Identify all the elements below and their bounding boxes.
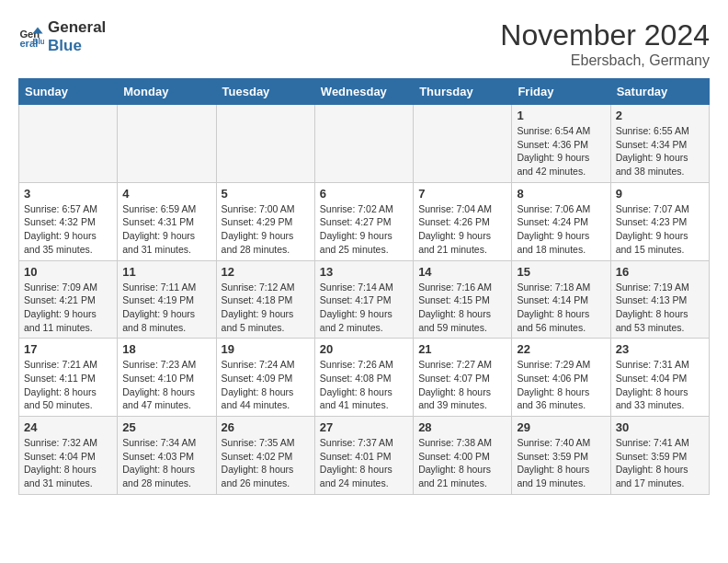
day-cell: 7Sunrise: 7:04 AM Sunset: 4:26 PM Daylig… — [414, 182, 512, 260]
day-info: Sunrise: 7:24 AM Sunset: 4:09 PM Dayligh… — [222, 358, 310, 412]
day-number: 15 — [517, 265, 605, 279]
day-cell: 9Sunrise: 7:07 AM Sunset: 4:23 PM Daylig… — [610, 182, 709, 260]
day-info: Sunrise: 7:06 AM Sunset: 4:24 PM Dayligh… — [517, 202, 605, 257]
day-number: 12 — [222, 265, 310, 279]
logo-blue: Blue — [48, 37, 106, 55]
day-number: 5 — [222, 187, 310, 201]
day-cell: 4Sunrise: 6:59 AM Sunset: 4:31 PM Daylig… — [118, 182, 216, 260]
day-cell: 2Sunrise: 6:55 AM Sunset: 4:34 PM Daylig… — [610, 105, 709, 183]
day-info: Sunrise: 7:31 AM Sunset: 4:04 PM Dayligh… — [616, 358, 704, 412]
day-info: Sunrise: 6:57 AM Sunset: 4:32 PM Dayligh… — [24, 202, 112, 257]
day-info: Sunrise: 7:41 AM Sunset: 3:59 PM Dayligh… — [616, 436, 704, 490]
day-number: 28 — [418, 420, 506, 434]
header-sunday: Sunday — [19, 79, 118, 105]
day-number: 27 — [320, 420, 408, 434]
day-info: Sunrise: 7:04 AM Sunset: 4:26 PM Dayligh… — [418, 202, 506, 257]
day-number: 26 — [222, 420, 310, 434]
day-cell — [118, 105, 216, 183]
day-number: 22 — [517, 342, 605, 356]
day-cell: 16Sunrise: 7:19 AM Sunset: 4:13 PM Dayli… — [610, 260, 709, 339]
calendar-header: SundayMondayTuesdayWednesdayThursdayFrid… — [19, 79, 710, 105]
header-tuesday: Tuesday — [216, 79, 314, 105]
logo-general: General — [48, 18, 106, 37]
day-info: Sunrise: 6:55 AM Sunset: 4:34 PM Dayligh… — [616, 124, 704, 178]
day-number: 6 — [320, 187, 408, 201]
svg-text:Blue: Blue — [32, 38, 44, 47]
day-cell: 27Sunrise: 7:37 AM Sunset: 4:01 PM Dayli… — [314, 417, 413, 495]
day-cell: 12Sunrise: 7:12 AM Sunset: 4:18 PM Dayli… — [216, 260, 314, 339]
day-cell: 8Sunrise: 7:06 AM Sunset: 4:24 PM Daylig… — [512, 182, 610, 260]
day-number: 1 — [517, 109, 605, 122]
day-number: 29 — [517, 420, 605, 434]
page-header: Gen eral Blue General Blue November 2024… — [18, 18, 710, 69]
day-number: 8 — [517, 187, 605, 201]
day-info: Sunrise: 7:37 AM Sunset: 4:01 PM Dayligh… — [320, 436, 408, 490]
day-info: Sunrise: 7:18 AM Sunset: 4:14 PM Dayligh… — [517, 281, 605, 335]
calendar-table: SundayMondayTuesdayWednesdayThursdayFrid… — [18, 78, 710, 495]
day-cell: 11Sunrise: 7:11 AM Sunset: 4:19 PM Dayli… — [118, 260, 216, 339]
day-number: 4 — [122, 187, 210, 201]
day-info: Sunrise: 7:35 AM Sunset: 4:02 PM Dayligh… — [222, 436, 310, 490]
day-cell — [216, 105, 314, 183]
day-cell: 20Sunrise: 7:26 AM Sunset: 4:08 PM Dayli… — [314, 339, 413, 417]
day-info: Sunrise: 6:59 AM Sunset: 4:31 PM Dayligh… — [122, 202, 210, 257]
header-monday: Monday — [118, 79, 216, 105]
day-cell: 5Sunrise: 7:00 AM Sunset: 4:29 PM Daylig… — [216, 182, 314, 260]
day-number: 16 — [616, 265, 704, 279]
day-info: Sunrise: 6:54 AM Sunset: 4:36 PM Dayligh… — [517, 124, 605, 178]
day-info: Sunrise: 7:40 AM Sunset: 3:59 PM Dayligh… — [517, 436, 605, 490]
day-number: 20 — [320, 342, 408, 356]
week-row-4: 17Sunrise: 7:21 AM Sunset: 4:11 PM Dayli… — [19, 339, 710, 417]
day-cell: 6Sunrise: 7:02 AM Sunset: 4:27 PM Daylig… — [314, 182, 413, 260]
title-block: November 2024 Ebersbach, Germany — [500, 18, 710, 69]
day-cell: 1Sunrise: 6:54 AM Sunset: 4:36 PM Daylig… — [512, 105, 610, 183]
day-info: Sunrise: 7:12 AM Sunset: 4:18 PM Dayligh… — [222, 281, 310, 335]
day-cell: 28Sunrise: 7:38 AM Sunset: 4:00 PM Dayli… — [414, 417, 512, 495]
day-info: Sunrise: 7:21 AM Sunset: 4:11 PM Dayligh… — [24, 358, 112, 412]
week-row-5: 24Sunrise: 7:32 AM Sunset: 4:04 PM Dayli… — [19, 417, 710, 495]
day-info: Sunrise: 7:14 AM Sunset: 4:17 PM Dayligh… — [320, 281, 408, 335]
day-number: 3 — [24, 187, 112, 201]
day-cell: 10Sunrise: 7:09 AM Sunset: 4:21 PM Dayli… — [19, 260, 118, 339]
day-number: 14 — [418, 265, 506, 279]
location-subtitle: Ebersbach, Germany — [500, 52, 710, 69]
day-cell: 13Sunrise: 7:14 AM Sunset: 4:17 PM Dayli… — [314, 260, 413, 339]
day-cell: 23Sunrise: 7:31 AM Sunset: 4:04 PM Dayli… — [610, 339, 709, 417]
logo-icon: Gen eral Blue — [18, 24, 44, 50]
day-cell: 29Sunrise: 7:40 AM Sunset: 3:59 PM Dayli… — [512, 417, 610, 495]
header-thursday: Thursday — [414, 79, 512, 105]
day-number: 21 — [418, 342, 506, 356]
header-wednesday: Wednesday — [314, 79, 413, 105]
day-cell: 25Sunrise: 7:34 AM Sunset: 4:03 PM Dayli… — [118, 417, 216, 495]
day-number: 9 — [616, 187, 704, 201]
day-cell: 26Sunrise: 7:35 AM Sunset: 4:02 PM Dayli… — [216, 417, 314, 495]
day-number: 30 — [616, 420, 704, 434]
day-cell: 30Sunrise: 7:41 AM Sunset: 3:59 PM Dayli… — [610, 417, 709, 495]
day-cell: 18Sunrise: 7:23 AM Sunset: 4:10 PM Dayli… — [118, 339, 216, 417]
day-cell: 24Sunrise: 7:32 AM Sunset: 4:04 PM Dayli… — [19, 417, 118, 495]
day-number: 13 — [320, 265, 408, 279]
day-number: 25 — [122, 420, 210, 434]
day-cell: 19Sunrise: 7:24 AM Sunset: 4:09 PM Dayli… — [216, 339, 314, 417]
day-info: Sunrise: 7:23 AM Sunset: 4:10 PM Dayligh… — [122, 358, 210, 412]
day-cell: 22Sunrise: 7:29 AM Sunset: 4:06 PM Dayli… — [512, 339, 610, 417]
day-info: Sunrise: 7:02 AM Sunset: 4:27 PM Dayligh… — [320, 202, 408, 257]
day-info: Sunrise: 7:34 AM Sunset: 4:03 PM Dayligh… — [122, 436, 210, 490]
week-row-1: 1Sunrise: 6:54 AM Sunset: 4:36 PM Daylig… — [19, 105, 710, 183]
day-info: Sunrise: 7:00 AM Sunset: 4:29 PM Dayligh… — [222, 202, 310, 257]
day-number: 7 — [418, 187, 506, 201]
day-info: Sunrise: 7:26 AM Sunset: 4:08 PM Dayligh… — [320, 358, 408, 412]
day-info: Sunrise: 7:27 AM Sunset: 4:07 PM Dayligh… — [418, 358, 506, 412]
day-cell: 3Sunrise: 6:57 AM Sunset: 4:32 PM Daylig… — [19, 182, 118, 260]
day-number: 24 — [24, 420, 112, 434]
day-info: Sunrise: 7:32 AM Sunset: 4:04 PM Dayligh… — [24, 436, 112, 490]
day-info: Sunrise: 7:16 AM Sunset: 4:15 PM Dayligh… — [418, 281, 506, 335]
day-number: 18 — [122, 342, 210, 356]
day-info: Sunrise: 7:07 AM Sunset: 4:23 PM Dayligh… — [616, 202, 704, 257]
header-friday: Friday — [512, 79, 610, 105]
day-number: 19 — [222, 342, 310, 356]
day-cell: 17Sunrise: 7:21 AM Sunset: 4:11 PM Dayli… — [19, 339, 118, 417]
day-number: 11 — [122, 265, 210, 279]
day-cell: 21Sunrise: 7:27 AM Sunset: 4:07 PM Dayli… — [414, 339, 512, 417]
day-cell — [414, 105, 512, 183]
